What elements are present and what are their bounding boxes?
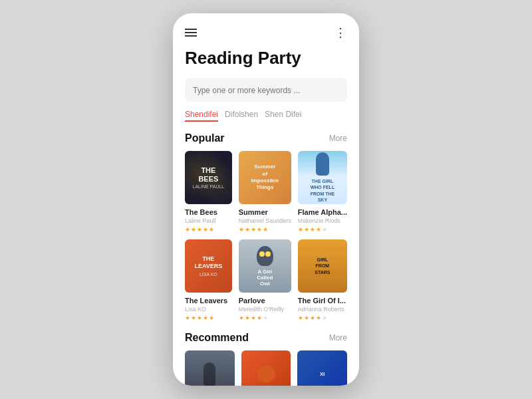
star2: ★ [191,226,196,233]
star5: ★ [209,315,214,321]
tag-difolshen[interactable]: Difolshen [225,110,258,122]
book-title-bees: The Bees [185,208,232,216]
cover-bees-title: THEBEES [198,166,218,182]
phone-inner[interactable]: ⋮ Reading Party Shendifei Difolshen Shen… [173,13,359,386]
hamburger-icon[interactable] [185,29,197,37]
book-cover-flame: THE GIRLWHO FELLFROM THESKY [298,151,347,204]
rec-cover-3: XI [297,350,347,386]
more-dots-icon[interactable]: ⋮ [334,25,347,40]
book-author-parlove: Meredith O'Reilly [239,306,291,313]
book-cover-leavers: THELEAVERS LISA KO [185,239,232,293]
star5: ★ [263,226,268,233]
book-title-girl-stars: The Girl Of I... [298,297,347,305]
star4: ★ [316,315,321,321]
book-title-leavers: The Leavers [185,297,232,305]
popular-more-link[interactable]: More [329,134,347,143]
star4: ★ [257,226,262,233]
rec-book-3[interactable]: XI [297,350,347,386]
book-author-bees: Laline Paull [185,217,232,224]
star3: ★ [251,226,256,233]
book-stars-leavers: ★ ★ ★ ★ ★ [185,315,232,321]
book-title-summer: Summer [239,208,291,216]
star1: ★ [185,315,190,321]
star1: ★ [185,226,190,233]
rec-book-2[interactable] [241,350,291,386]
book-title-flame: Flame Alpha... [298,208,347,216]
star5: ★ [322,315,327,321]
recommend-book-grid: XI [173,350,359,386]
star4: ★ [203,315,208,321]
book-author-leavers: Lisa KO [185,306,232,313]
book-author-summer: Nathaniel Saunders [239,217,291,224]
popular-title: Popular [185,132,225,144]
star3: ★ [310,315,315,321]
star2: ★ [245,315,250,321]
star2: ★ [245,226,250,233]
rec-cover-2 [241,350,291,386]
book-stars-bees: ★ ★ ★ ★ ★ [185,226,232,233]
star1: ★ [239,315,244,321]
book-stars-flame: ★ ★ ★ ★ ★ [298,226,347,233]
star1: ★ [298,315,303,321]
rec-book-1[interactable] [185,350,235,386]
star4: ★ [203,226,208,233]
book-item-bees[interactable]: THEBEES LALINE PAULL The Bees Laline Pau… [185,151,232,233]
star4: ★ [316,226,321,233]
book-stars-parlove: ★ ★ ★ ★ ★ [239,315,291,321]
cover-bees-author: LALINE PAULL [193,184,225,189]
phone-container: ⋮ Reading Party Shendifei Difolshen Shen… [173,13,359,386]
star3: ★ [251,315,256,321]
book-item-flame[interactable]: THE GIRLWHO FELLFROM THESKY Flame Alpha.… [298,151,347,233]
star3: ★ [197,226,202,233]
book-item-parlove[interactable]: A GirlCalledOwl Parlove Meredith O'Reill… [239,239,291,321]
star3: ★ [310,226,315,233]
star2: ★ [304,315,309,321]
book-author-girl-stars: Adrianna Roberts [298,306,347,313]
book-cover-summer: SummerofImpossibleThings [239,151,291,204]
star5: ★ [209,226,214,233]
search-input[interactable] [193,86,339,95]
book-item-summer[interactable]: SummerofImpossibleThings Summer Nathanie… [239,151,291,233]
recommend-title: Recommend [185,332,249,344]
popular-book-grid: THEBEES LALINE PAULL The Bees Laline Pau… [173,151,359,332]
book-cover-girl-stars: GIRLFROMSTARS [298,239,347,293]
recommend-section-header: Recommend More [173,332,359,350]
popular-section-header: Popular More [173,132,359,151]
book-stars-summer: ★ ★ ★ ★ ★ [239,226,291,233]
book-author-flame: Makenzie Riods [298,217,347,224]
star2: ★ [304,226,309,233]
book-item-leavers[interactable]: THELEAVERS LISA KO The Leavers Lisa KO ★… [185,239,232,321]
app-title: Reading Party [173,45,359,78]
book-cover-parlove: A GirlCalledOwl [239,239,291,293]
rec-cover-1 [185,350,235,386]
recommend-more-link[interactable]: More [329,333,347,342]
star5: ★ [322,226,327,233]
tag-shendifei[interactable]: Shendifei [185,110,218,122]
book-title-parlove: Parlove [239,297,291,305]
star1: ★ [239,226,244,233]
header: ⋮ [173,13,359,45]
star2: ★ [191,315,196,321]
star1: ★ [298,226,303,233]
star5: ★ [263,315,268,321]
book-cover-bees: THEBEES LALINE PAULL [185,151,232,204]
book-stars-girl-stars: ★ ★ ★ ★ ★ [298,315,347,321]
search-bar [185,78,347,102]
tags-row: Shendifei Difolshen Shen Difei [173,110,359,132]
star4: ★ [257,315,262,321]
book-item-girl-stars[interactable]: GIRLFROMSTARS The Girl Of I... Adrianna … [298,239,347,321]
star3: ★ [197,315,202,321]
tag-shen-difei[interactable]: Shen Difei [265,110,301,122]
